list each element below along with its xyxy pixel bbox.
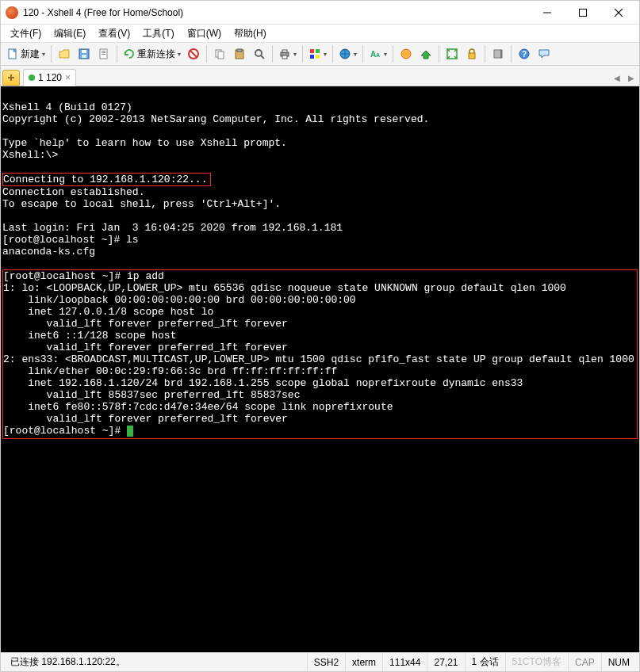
paste-icon bbox=[233, 48, 246, 60]
globe-icon bbox=[339, 48, 351, 60]
svg-rect-1 bbox=[579, 9, 586, 16]
reconnect-button[interactable]: 重新连接 ▾ bbox=[121, 44, 183, 63]
status-term: xterm bbox=[346, 653, 383, 671]
menu-bar: 文件(F) 编辑(E) 查看(V) 工具(T) 窗口(W) 帮助(H) bbox=[1, 25, 639, 42]
watermark-text: 51CTO博客 bbox=[506, 653, 569, 671]
new-button[interactable]: 新建 ▾ bbox=[4, 44, 48, 63]
svg-text:A: A bbox=[376, 52, 380, 58]
tab-label: 1 120 bbox=[38, 72, 62, 83]
search-icon bbox=[253, 48, 266, 60]
document-icon bbox=[6, 48, 19, 60]
svg-point-18 bbox=[255, 50, 262, 56]
folder-icon bbox=[58, 48, 71, 60]
status-connected: 已连接 192.168.1.120:22。 bbox=[4, 653, 308, 671]
fullscreen-icon bbox=[446, 48, 458, 60]
fontsize-button[interactable]: AA▾ bbox=[366, 44, 389, 63]
menu-window[interactable]: 窗口(W) bbox=[181, 25, 228, 42]
app-icon bbox=[6, 6, 18, 19]
svg-point-30 bbox=[401, 49, 411, 59]
properties-button[interactable] bbox=[94, 44, 113, 63]
svg-text:?: ? bbox=[522, 50, 527, 59]
palette-icon bbox=[309, 48, 321, 60]
svg-rect-7 bbox=[82, 55, 86, 58]
reconnect-icon bbox=[123, 48, 136, 60]
menu-file[interactable]: 文件(F) bbox=[4, 25, 48, 42]
svg-line-13 bbox=[190, 51, 197, 57]
status-size: 111x44 bbox=[383, 653, 427, 671]
copy-icon bbox=[213, 48, 226, 60]
fontsize-icon: AA bbox=[369, 48, 381, 60]
status-caps: CAP bbox=[569, 653, 602, 671]
lock-button[interactable] bbox=[462, 44, 481, 63]
print-button[interactable]: ▾ bbox=[276, 44, 299, 63]
find-button[interactable] bbox=[250, 44, 269, 63]
properties-icon bbox=[98, 48, 110, 60]
copy-button[interactable] bbox=[210, 44, 229, 63]
disconnect-icon bbox=[187, 48, 200, 60]
paste-button[interactable] bbox=[230, 44, 249, 63]
svg-rect-32 bbox=[469, 53, 475, 59]
font-button[interactable]: ▾ bbox=[336, 44, 359, 63]
svg-rect-25 bbox=[310, 55, 314, 59]
terminal-view[interactable]: Xshell 4 (Build 0127) Copyright (c) 2002… bbox=[1, 86, 639, 652]
highlight-ipadd: [root@localhost ~]# ip add 1: lo: <LOOPB… bbox=[2, 269, 638, 439]
minimize-button[interactable] bbox=[529, 2, 565, 24]
highlight-connecting: Connecting to 192.168.1.120:22... bbox=[2, 173, 211, 186]
svg-rect-6 bbox=[82, 50, 86, 53]
svg-rect-11 bbox=[102, 54, 105, 55]
feedback-button[interactable] bbox=[535, 44, 554, 63]
svg-rect-9 bbox=[102, 51, 105, 52]
xagent-button[interactable] bbox=[397, 44, 416, 63]
tab-prev-button[interactable]: ◀ bbox=[611, 70, 623, 86]
svg-rect-21 bbox=[282, 50, 287, 52]
disconnect-button[interactable] bbox=[184, 44, 203, 63]
status-protocol: SSH2 bbox=[308, 653, 346, 671]
xftp-icon bbox=[420, 48, 432, 60]
svg-rect-10 bbox=[102, 52, 105, 53]
printer-icon bbox=[278, 48, 291, 60]
status-sessions: 1 会话 bbox=[466, 653, 506, 671]
status-pos: 27,21 bbox=[427, 653, 465, 671]
svg-rect-26 bbox=[316, 55, 320, 59]
menu-edit[interactable]: 编辑(E) bbox=[48, 25, 92, 42]
help-button[interactable]: ? bbox=[515, 44, 534, 63]
svg-rect-23 bbox=[310, 49, 314, 53]
svg-line-19 bbox=[261, 55, 264, 59]
window-title: 120 - Xshell 4 (Free for Home/School) bbox=[23, 7, 529, 18]
reconnect-button-label: 重新连接 bbox=[137, 48, 175, 61]
title-bar: 120 - Xshell 4 (Free for Home/School) bbox=[1, 1, 639, 25]
help-icon: ? bbox=[518, 48, 531, 60]
xagent-icon bbox=[400, 48, 412, 60]
toolbar: 新建 ▾ 重新连接 ▾ ▾ ▾ ▾ AA▾ ? bbox=[1, 42, 639, 66]
terminal-cursor bbox=[127, 426, 133, 437]
scroll-button[interactable] bbox=[489, 44, 508, 63]
menu-tools[interactable]: 工具(T) bbox=[136, 25, 180, 42]
status-bar: 已连接 192.168.1.120:22。 SSH2 xterm 111x44 … bbox=[1, 652, 639, 671]
maximize-button[interactable] bbox=[565, 2, 600, 24]
svg-rect-22 bbox=[282, 55, 287, 59]
tab-next-button[interactable]: ▶ bbox=[625, 70, 638, 86]
svg-rect-15 bbox=[218, 52, 224, 59]
color-scheme-button[interactable]: ▾ bbox=[306, 44, 329, 63]
tab-close-button[interactable]: × bbox=[65, 72, 71, 83]
plus-icon bbox=[7, 74, 15, 82]
status-dot-icon bbox=[29, 74, 35, 81]
tab-session[interactable]: 1 120 × bbox=[23, 69, 76, 86]
svg-rect-34 bbox=[500, 50, 502, 58]
menu-view[interactable]: 查看(V) bbox=[92, 25, 136, 42]
close-button[interactable] bbox=[600, 2, 636, 24]
window-controls bbox=[529, 2, 636, 24]
lock-icon bbox=[466, 48, 478, 60]
scroll-icon bbox=[492, 48, 504, 60]
open-button[interactable] bbox=[55, 44, 74, 63]
xftp-button[interactable] bbox=[416, 44, 435, 63]
save-button[interactable] bbox=[75, 44, 94, 63]
status-num: NUM bbox=[602, 653, 636, 671]
svg-rect-17 bbox=[237, 49, 242, 52]
tab-strip: 1 120 × ◀ ▶ bbox=[1, 66, 639, 86]
add-tab-button[interactable] bbox=[2, 70, 20, 86]
speech-icon bbox=[538, 48, 550, 60]
fullscreen-button[interactable] bbox=[443, 44, 462, 63]
new-button-label: 新建 bbox=[21, 48, 40, 61]
menu-help[interactable]: 帮助(H) bbox=[228, 25, 273, 42]
